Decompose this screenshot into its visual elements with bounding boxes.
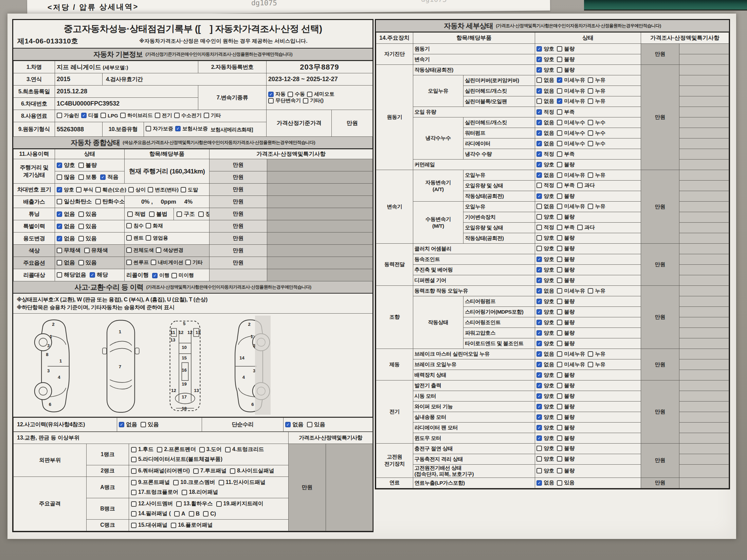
checkbox-11.인사이드패널[interactable]: 11.인사이드패널 — [219, 479, 266, 486]
checkbox-18.리어패널[interactable]: 18.리어패널 — [182, 489, 218, 496]
checkbox-B[interactable]: B — [189, 511, 200, 517]
checkbox-누유[interactable]: 누유 — [588, 77, 605, 84]
checkbox-양호[interactable]: ✓양호 — [536, 319, 554, 326]
checkbox-없음[interactable]: ✓없음 — [285, 421, 304, 428]
checkbox-없음[interactable]: ✓없음 — [536, 479, 554, 486]
checkbox-누유[interactable]: 누유 — [588, 287, 605, 295]
checkbox-없음[interactable]: ✓없음 — [536, 361, 554, 368]
checkbox-내비게이션[interactable]: 내비게이션 — [151, 259, 183, 266]
checkbox-변조(변타)[interactable]: 변조(변타) — [148, 187, 179, 193]
checkbox-보험사보증[interactable]: ✓보험사보증 — [175, 126, 208, 132]
checkbox-양호[interactable]: 양호 — [536, 455, 554, 463]
checkbox-보통[interactable]: 보통 — [78, 173, 97, 181]
checkbox-불량[interactable]: 불량 — [557, 445, 575, 452]
checkbox-불량[interactable]: 불량 — [557, 277, 575, 284]
checkbox-누수[interactable]: 누수 — [588, 130, 605, 137]
checkbox-무채색[interactable]: 무채색 — [57, 247, 81, 254]
checkbox-가솔린[interactable]: 가솔린 — [57, 112, 79, 119]
checkbox-적정[interactable]: ✓적정 — [536, 151, 554, 158]
checkbox-과다[interactable]: 과다 — [577, 224, 595, 231]
checkbox-양호[interactable]: 양호 — [536, 213, 554, 221]
checkbox-불량[interactable]: 불량 — [557, 161, 575, 168]
checkbox-해당[interactable]: ✓해당 — [90, 271, 108, 279]
checkbox-하이브리드[interactable]: 하이브리드 — [120, 112, 153, 119]
checkbox-장치[interactable]: 장치 — [198, 210, 209, 218]
checkbox-C)[interactable]: C) — [203, 511, 216, 517]
checkbox-누유[interactable]: 누유 — [588, 351, 605, 358]
checkbox-불량[interactable]: 불량 — [557, 393, 575, 400]
checkbox-없음[interactable]: ✓없음 — [536, 119, 554, 126]
checkbox-불량[interactable]: 불량 — [557, 245, 575, 252]
checkbox-탄화수소[interactable]: 탄화수소 — [95, 198, 125, 205]
checkbox-17.트렁크플로어[interactable]: 17.트렁크플로어 — [131, 489, 178, 496]
checkbox-9.프론트패널[interactable]: 9.프론트패널 — [131, 479, 170, 486]
checkbox-불량[interactable]: 불량 — [78, 162, 97, 169]
checkbox-이행[interactable]: ✓이행 — [152, 272, 169, 279]
checkbox-불량[interactable]: 불량 — [557, 45, 575, 53]
checkbox-8.사이드실패널[interactable]: 8.사이드실패널 — [230, 467, 274, 474]
checkbox-도말[interactable]: 도말 — [181, 187, 198, 193]
checkbox-불량[interactable]: 불량 — [557, 403, 575, 410]
checkbox-미세누수[interactable]: 미세누수 — [557, 130, 585, 137]
checkbox-불량[interactable]: 불량 — [557, 435, 575, 442]
checkbox-19.패키지트레이[interactable]: 19.패키지트레이 — [216, 500, 263, 507]
checkbox-적정[interactable]: 적정 — [536, 182, 554, 189]
checkbox-양호[interactable]: ✓양호 — [536, 424, 554, 431]
checkbox-무단변속기[interactable]: 무단변속기 — [268, 97, 301, 104]
checkbox-없음[interactable]: ✓없음 — [536, 351, 554, 358]
checkbox-13.휠하우스[interactable]: 13.휠하우스 — [176, 500, 213, 507]
checkbox-있음[interactable]: 있음 — [78, 210, 97, 218]
checkbox-훼손(오손)[interactable]: 훼손(오손) — [95, 187, 126, 193]
checkbox-불량[interactable]: 불량 — [557, 424, 575, 431]
checkbox-불량[interactable]: 불량 — [557, 266, 575, 274]
checkbox-없음[interactable]: 없음 — [536, 98, 554, 105]
checkbox-양호[interactable]: ✓양호 — [536, 403, 554, 410]
checkbox-유채색[interactable]: 유채색 — [84, 247, 108, 254]
checkbox-있음[interactable]: 있음 — [78, 223, 97, 230]
checkbox-불량[interactable]: 불량 — [557, 319, 575, 326]
checkbox-미세누수[interactable]: 미세누수 — [557, 119, 585, 126]
checkbox-렌트[interactable]: 렌트 — [126, 235, 144, 241]
checkbox-구조[interactable]: 구조 — [177, 210, 195, 218]
checkbox-6.쿼터패널(리어펜더)[interactable]: 6.쿼터패널(리어펜더) — [131, 467, 190, 474]
checkbox-부족[interactable]: 부족 — [557, 109, 575, 116]
checkbox-양호[interactable]: ✓양호 — [536, 161, 554, 168]
checkbox-해당없음[interactable]: 해당없음 — [57, 271, 86, 279]
checkbox-적음[interactable]: ✓적음 — [100, 173, 119, 181]
checkbox-5.라디에이터서포트(볼트체결부품)[interactable]: 5.라디에이터서포트(볼트체결부품) — [131, 456, 222, 463]
checkbox-불량[interactable]: 불량 — [557, 330, 575, 337]
checkbox-적정[interactable]: 적정 — [536, 224, 554, 231]
checkbox-양호[interactable]: 양호 — [536, 245, 554, 252]
checkbox-없음[interactable]: 없음 — [536, 77, 554, 84]
checkbox-7.루프패널[interactable]: 7.루프패널 — [193, 467, 226, 474]
checkbox-14.필러패널 ([interactable]: 14.필러패널 ( — [131, 510, 171, 517]
checkbox-누유[interactable]: 누유 — [588, 98, 605, 105]
checkbox-양호[interactable]: ✓양호 — [57, 187, 74, 193]
checkbox-불법[interactable]: 불법 — [149, 210, 167, 218]
checkbox-없음[interactable]: 없음 — [536, 203, 554, 210]
checkbox-불량[interactable]: 불량 — [557, 309, 575, 316]
checkbox-누유[interactable]: 누유 — [588, 88, 605, 95]
checkbox-전체도색[interactable]: 전체도색 — [126, 247, 154, 254]
checkbox-부족[interactable]: 부족 — [557, 224, 575, 231]
checkbox-침수[interactable]: 침수 — [126, 223, 144, 229]
checkbox-양호[interactable]: ✓양호 — [536, 67, 554, 74]
checkbox-양호[interactable]: ✓양호 — [536, 372, 554, 379]
checkbox-양호[interactable]: ✓양호 — [536, 193, 554, 200]
checkbox-기타()[interactable]: 기타() — [303, 97, 324, 104]
checkbox-불량[interactable]: 불량 — [557, 256, 575, 263]
checkbox-미세누유[interactable]: ✓미세누유 — [557, 98, 585, 105]
checkbox-부족[interactable]: 부족 — [557, 182, 575, 189]
checkbox-기타[interactable]: 기타 — [185, 259, 203, 266]
checkbox-2.프론트펜더[interactable]: 2.프론트펜더 — [157, 446, 196, 453]
checkbox-화재[interactable]: 화재 — [146, 223, 163, 229]
checkbox-세미오토[interactable]: 세미오토 — [307, 91, 334, 97]
checkbox-양호[interactable]: ✓양호 — [536, 45, 554, 53]
checkbox-없음[interactable]: ✓없음 — [536, 172, 554, 179]
checkbox-불량[interactable]: 불량 — [557, 67, 575, 74]
checkbox-불량[interactable]: 불량 — [557, 455, 575, 463]
checkbox-있음[interactable]: 있음 — [307, 421, 325, 428]
checkbox-4.트렁크리드[interactable]: 4.트렁크리드 — [225, 446, 264, 453]
checkbox-썬루프[interactable]: 썬루프 — [126, 259, 149, 266]
checkbox-미이행[interactable]: 미이행 — [171, 272, 194, 279]
